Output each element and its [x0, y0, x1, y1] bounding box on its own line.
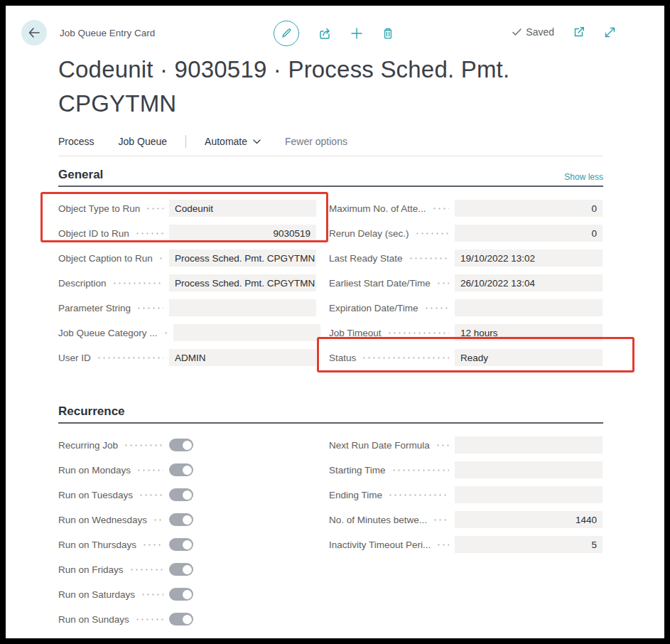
field-job-timeout: Job Timeout 12 hours: [329, 324, 603, 341]
field-expiration-datetime: Expiration Date/Time: [329, 299, 603, 316]
object-type-to-run-input[interactable]: Codeunit: [169, 200, 316, 217]
job-queue-category-input[interactable]: [173, 324, 320, 341]
field-last-ready-state: Last Ready State 19/10/2022 13:02: [329, 249, 603, 267]
field-no-of-minutes-between-runs: No. of Minutes betwe... 1440: [329, 511, 603, 528]
expand-icon: [604, 26, 616, 38]
run-on-thursdays-toggle[interactable]: [169, 538, 193, 551]
description-input[interactable]: Process Sched. Pmt. CPGYTMN: [169, 274, 316, 291]
share-icon: [318, 26, 332, 41]
field-object-id-to-run: Object ID to Run 9030519: [58, 225, 316, 242]
field-run-on-saturdays: Run on Saturdays: [58, 586, 316, 603]
field-earliest-start-datetime: Earliest Start Date/Time 26/10/2022 13:0…: [329, 274, 603, 291]
recurrence-fields: Recurring Job Run on Mondays Run on Tues…: [58, 436, 603, 628]
general-fields: Object Type to Run Codeunit Object ID to…: [58, 200, 603, 366]
back-button[interactable]: [21, 20, 47, 45]
field-run-on-wednesdays: Run on Wednesdays: [58, 511, 316, 528]
general-heading: General: [58, 168, 103, 182]
menu-divider: [185, 135, 186, 148]
field-description: Description Process Sched. Pmt. CPGYTMN: [58, 274, 316, 291]
new-button[interactable]: [350, 27, 363, 40]
rerun-delay-input[interactable]: 0: [455, 225, 603, 242]
starting-time-input[interactable]: [455, 461, 603, 478]
inactivity-timeout-period-input[interactable]: 5: [455, 536, 603, 553]
object-caption-to-run-input[interactable]: Process Sched. Pmt. CPGYTMN: [169, 249, 316, 267]
run-on-wednesdays-toggle[interactable]: [169, 513, 193, 526]
parameter-string-input[interactable]: [169, 299, 316, 316]
run-on-mondays-toggle[interactable]: [169, 463, 193, 476]
field-run-on-mondays: Run on Mondays: [58, 461, 316, 478]
job-timeout-input[interactable]: 12 hours: [455, 324, 603, 341]
field-parameter-string: Parameter String: [58, 299, 316, 316]
saved-label: Saved: [526, 26, 554, 38]
plus-icon: [350, 27, 363, 40]
run-on-sundays-toggle[interactable]: [169, 613, 193, 626]
field-object-type-to-run: Object Type to Run Codeunit: [58, 200, 316, 217]
earliest-start-datetime-input[interactable]: 26/10/2022 13:04: [455, 274, 603, 291]
expiration-datetime-input[interactable]: [455, 299, 603, 316]
share-button[interactable]: [318, 26, 332, 41]
field-starting-time: Starting Time: [329, 461, 603, 478]
maximum-no-of-attempts-input[interactable]: 0: [455, 200, 603, 217]
no-of-minutes-between-runs-input[interactable]: 1440: [455, 511, 603, 528]
chevron-down-icon: [253, 139, 261, 144]
run-on-saturdays-toggle[interactable]: [169, 588, 193, 601]
trash-icon: [382, 27, 394, 40]
recurrence-heading: Recurrence: [58, 404, 125, 419]
run-on-tuesdays-toggle[interactable]: [169, 488, 193, 501]
object-id-to-run-input[interactable]: 9030519: [169, 225, 316, 242]
field-ending-time: Ending Time: [329, 486, 603, 503]
field-recurring-job: Recurring Job: [58, 436, 316, 454]
field-run-on-tuesdays: Run on Tuesdays: [58, 486, 316, 503]
field-object-caption-to-run: Object Caption to Run Process Sched. Pmt…: [58, 249, 316, 267]
field-job-queue-category: Job Queue Category ...: [58, 324, 316, 341]
menu-item-automate[interactable]: Automate: [205, 136, 261, 147]
show-less-link[interactable]: Show less: [564, 172, 603, 182]
run-on-fridays-toggle[interactable]: [169, 563, 193, 576]
edit-button[interactable]: [274, 21, 299, 46]
window-frame: Job Queue Entry Card: [0, 0, 670, 644]
status-input[interactable]: Ready: [455, 349, 603, 366]
page-title: Codeunit · 9030519 · Process Sched. Pmt.…: [58, 53, 527, 121]
saved-status: Saved: [512, 26, 554, 38]
field-status: Status Ready: [329, 349, 603, 366]
field-run-on-sundays: Run on Sundays: [58, 611, 316, 628]
ending-time-input[interactable]: [455, 486, 603, 503]
back-arrow-icon: [27, 26, 41, 40]
field-rerun-delay: Rerun Delay (sec.) 0: [329, 225, 603, 242]
field-user-id: User ID ADMIN: [58, 349, 316, 366]
general-section-header: General Show less: [58, 168, 603, 187]
recurrence-section-header: Recurrence: [58, 404, 603, 424]
action-menu-bar: Process Job Queue Automate Fewer options: [58, 135, 603, 156]
field-inactivity-timeout-period: Inactivity Timeout Peri... 5: [329, 536, 603, 553]
field-maximum-no-of-attempts: Maximum No. of Atte... 0: [329, 200, 603, 217]
open-in-window-button[interactable]: [573, 26, 585, 38]
job-queue-entry-card-page: Job Queue Entry Card: [6, 6, 664, 638]
check-icon: [512, 28, 522, 36]
recurring-job-toggle[interactable]: [169, 439, 193, 451]
open-in-window-icon: [573, 26, 585, 38]
expand-button[interactable]: [604, 26, 616, 38]
pencil-icon: [280, 27, 293, 40]
field-next-run-date-formula: Next Run Date Formula: [329, 436, 603, 454]
menu-item-process[interactable]: Process: [58, 136, 94, 147]
menu-item-fewer-options[interactable]: Fewer options: [285, 136, 347, 147]
delete-button[interactable]: [382, 27, 394, 40]
field-run-on-fridays: Run on Fridays: [58, 561, 316, 578]
page-caption: Job Queue Entry Card: [60, 28, 155, 38]
last-ready-state-input[interactable]: 19/10/2022 13:02: [455, 249, 603, 267]
field-run-on-thursdays: Run on Thursdays: [58, 536, 316, 553]
menu-item-job-queue[interactable]: Job Queue: [119, 136, 168, 147]
top-bar: Job Queue Entry Card: [21, 20, 646, 47]
user-id-input[interactable]: ADMIN: [169, 349, 316, 366]
next-run-date-formula-input[interactable]: [455, 436, 603, 454]
